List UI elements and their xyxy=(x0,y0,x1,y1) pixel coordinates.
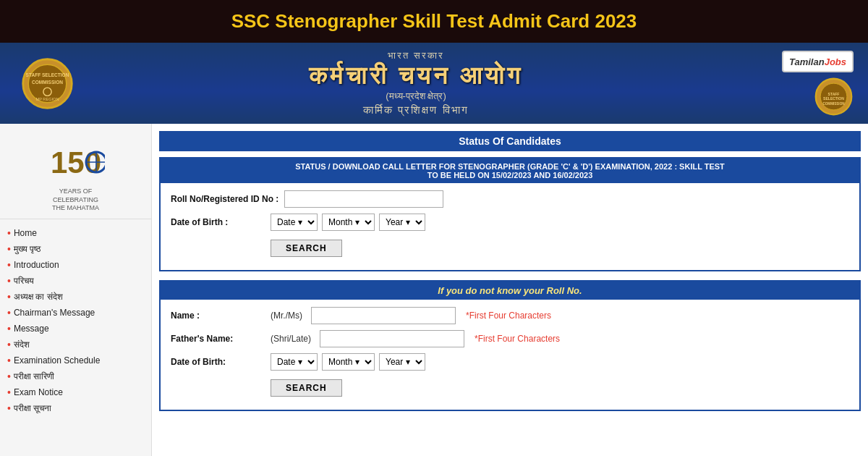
sidebar-item-pariksha-sarini[interactable]: परीक्षा सारिणी xyxy=(6,368,145,384)
roll-no-header: If you do not know your Roll No. xyxy=(161,282,859,300)
month-select-2[interactable]: Month ▾ xyxy=(322,353,375,371)
header-logo-right: TamilanJobs STAFF SELECTION COMMISSION xyxy=(752,51,854,117)
form1-body: Roll No/Registered ID No : Date of Birth… xyxy=(161,183,859,270)
sidebar-item-chairman[interactable]: Chairman's Message xyxy=(6,305,145,321)
year-select-2[interactable]: Year ▾ xyxy=(379,353,425,371)
header-center: भारत सरकार कर्मचारी चयन आयोग (मध्य-प्रदे… xyxy=(80,50,752,117)
name-input[interactable] xyxy=(311,307,456,324)
ssc-emblem-svg: STAFF SELECTION COMMISSION MP REGION xyxy=(20,56,75,111)
main-content: 150 YEARS OF CELEBRATING THE MAHATMA Hom… xyxy=(0,124,868,456)
name-hint: *First Four Characters xyxy=(466,311,551,321)
search-button-2[interactable]: SEARCH xyxy=(271,379,342,397)
header-hindi-dept: कार्मिक प्रशिक्षण विभाग xyxy=(80,104,752,117)
date-select-2[interactable]: Date ▾ xyxy=(271,353,318,371)
name-row: Name : (Mr./Ms) *First Four Characters xyxy=(171,307,849,324)
sidebar-item-message[interactable]: Message xyxy=(6,321,145,337)
dob-row-1: Date of Birth : Date ▾ Month ▾ Year ▾ xyxy=(171,214,849,231)
sidebar: 150 YEARS OF CELEBRATING THE MAHATMA Hom… xyxy=(0,124,152,456)
svg-text:STAFF SELECTION: STAFF SELECTION xyxy=(25,72,69,77)
status-header: Status Of Candidates xyxy=(159,131,861,151)
roll-no-input[interactable] xyxy=(284,190,443,208)
ssc-emblem-left: STAFF SELECTION COMMISSION MP REGION xyxy=(14,51,80,116)
page-title-bar: SSC Stenographer Skill Test Admit Card 2… xyxy=(0,0,868,43)
tamilan-jobs-text: TamilanJobs xyxy=(789,55,846,68)
dob-label-1: Date of Birth : xyxy=(171,217,265,227)
celebrating-label: CELEBRATING xyxy=(52,196,99,205)
dob-selects-1: Date ▾ Month ▾ Year ▾ xyxy=(271,214,425,231)
dob-row-2: Date of Birth: Date ▾ Month ▾ Year ▾ xyxy=(171,353,849,371)
sidebar-item-sandesh[interactable]: संदेश xyxy=(6,337,145,352)
name-prefix: (Mr./Ms) xyxy=(271,311,302,321)
father-hint: *First Four Characters xyxy=(475,334,560,344)
roll-no-row: Roll No/Registered ID No : xyxy=(171,190,849,208)
content-area: Status Of Candidates STATUS / DOWNLOAD C… xyxy=(152,124,868,456)
header-hindi-top: भारत सरकार xyxy=(80,50,752,62)
svg-text:STAFF: STAFF xyxy=(828,91,840,96)
mahatma-label: THE MAHATMA xyxy=(52,204,99,213)
svg-text:COMMISSION: COMMISSION xyxy=(822,101,844,105)
search-row-1: SEARCH xyxy=(171,237,849,257)
father-row: Father's Name: (Shri/Late) *First Four C… xyxy=(171,330,849,347)
header-hindi-main: कर्मचारी चयन आयोग xyxy=(80,62,752,90)
search-row-2: SEARCH xyxy=(171,376,849,397)
header-banner: STAFF SELECTION COMMISSION MP REGION भार… xyxy=(0,43,868,124)
date-select-1[interactable]: Date ▾ xyxy=(271,214,318,231)
gandhi-area: 150 YEARS OF CELEBRATING THE MAHATMA xyxy=(0,131,151,219)
sidebar-item-pariksha-suchna[interactable]: परीक्षा सूचना xyxy=(6,400,145,416)
svg-text:MP REGION: MP REGION xyxy=(35,96,59,101)
page-title: SSC Stenographer Skill Test Admit Card 2… xyxy=(14,10,854,33)
form-section-roll: STATUS / DOWNLOAD CALL LETTER FOR STENOG… xyxy=(159,157,861,271)
years-label: YEARS OF xyxy=(52,187,99,196)
sidebar-item-exam-schedule[interactable]: Examination Schedule xyxy=(6,352,145,368)
dob-label-2: Date of Birth: xyxy=(171,357,265,367)
sidebar-nav: Home मुख्य पृष्ठ Introduction परिचय अध्य… xyxy=(0,225,151,416)
gandhi-logo: 150 xyxy=(47,137,105,187)
sidebar-item-parichay[interactable]: परिचय xyxy=(6,273,145,289)
right-emblem-svg: STAFF SELECTION COMMISSION xyxy=(814,77,854,117)
form-section-name: If you do not know your Roll No. Name : … xyxy=(159,280,861,411)
gandhi-svg: 150 xyxy=(47,137,105,187)
sidebar-item-mukhya[interactable]: मुख्य पृष्ठ xyxy=(6,241,145,257)
form2-body: Name : (Mr./Ms) *First Four Characters F… xyxy=(161,300,859,410)
banner-line1: STATUS / DOWNLOAD CALL LETTER FOR STENOG… xyxy=(166,162,854,171)
tamilan-jobs-badge: TamilanJobs xyxy=(782,51,854,72)
sidebar-item-home[interactable]: Home xyxy=(6,225,145,241)
name-label: Name : xyxy=(171,311,265,321)
sidebar-item-adhyaksh[interactable]: अध्यक्ष का संदेश xyxy=(6,289,145,305)
sidebar-item-exam-notice[interactable]: Exam Notice xyxy=(6,384,145,400)
svg-text:SELECTION: SELECTION xyxy=(823,96,844,101)
header-hindi-sub: (मध्य-प्रदेश क्षेत्र) xyxy=(80,90,752,102)
dob-selects-2: Date ▾ Month ▾ Year ▾ xyxy=(271,353,425,371)
father-label: Father's Name: xyxy=(171,334,265,344)
roll-no-label: Roll No/Registered ID No : xyxy=(171,194,278,204)
father-input[interactable] xyxy=(320,330,464,347)
form-section-banner: STATUS / DOWNLOAD CALL LETTER FOR STENOG… xyxy=(161,159,859,183)
father-prefix: (Shri/Late) xyxy=(271,334,311,344)
banner-line2: TO BE HELD ON 15/02/2023 AND 16/02/2023 xyxy=(166,171,854,180)
svg-text:COMMISSION: COMMISSION xyxy=(32,79,63,84)
year-select-1[interactable]: Year ▾ xyxy=(379,214,425,231)
month-select-1[interactable]: Month ▾ xyxy=(322,214,375,231)
sidebar-item-introduction[interactable]: Introduction xyxy=(6,257,145,273)
search-button-1[interactable]: SEARCH xyxy=(271,240,342,257)
gandhi-years-text: YEARS OF CELEBRATING THE MAHATMA xyxy=(52,187,99,213)
